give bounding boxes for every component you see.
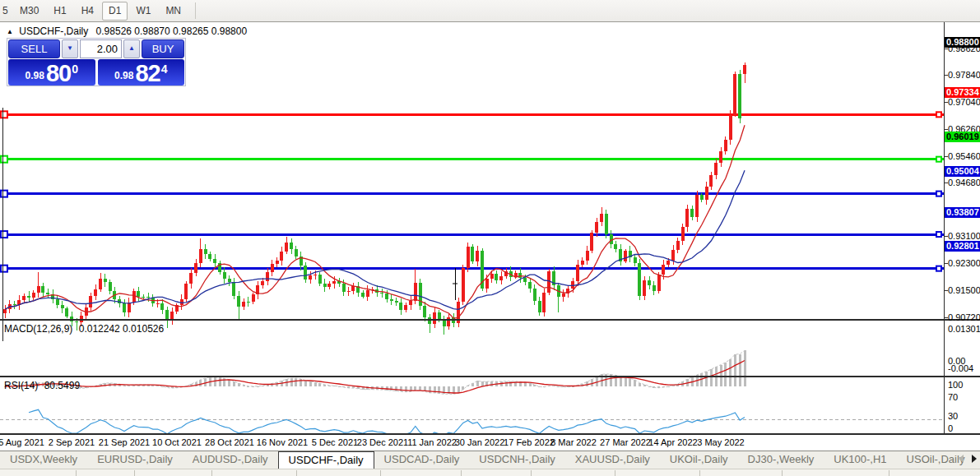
candle-body — [261, 281, 264, 286]
timeframe-button-h4[interactable]: H4 — [75, 2, 100, 21]
price-axis-separator — [944, 22, 945, 434]
candle-body — [232, 282, 235, 295]
macd-bar — [625, 377, 627, 386]
candle-body — [395, 301, 398, 303]
candle-body — [705, 187, 708, 201]
price-axis-tick — [945, 129, 948, 130]
buy-price-panel[interactable]: 0.98 82 4 — [98, 59, 185, 85]
candle-body — [271, 264, 274, 272]
candle-body — [419, 283, 422, 306]
candle-body — [523, 278, 527, 282]
date-label: 23 Dec 2021 — [357, 437, 408, 447]
macd-bar — [228, 380, 230, 386]
timeframe-button-d1[interactable]: D1 — [102, 2, 128, 21]
candle-body — [666, 261, 670, 265]
collapse-triangle-icon[interactable]: ▲ — [7, 28, 13, 35]
hline-right-handle[interactable] — [936, 266, 941, 271]
candle-body — [13, 304, 16, 305]
tab-scroll-left-icon[interactable] — [959, 455, 964, 463]
mt4-terminal: 5M30H1H4D1W1MN ▲ USDCHF-,Daily 0.98526 0… — [0, 0, 980, 476]
chart-tab-audusddaily[interactable]: AUDUSD-,Daily — [183, 451, 278, 469]
hline-left-handle[interactable] — [1, 191, 7, 197]
candle-body — [638, 263, 641, 296]
hline-left-handle[interactable] — [1, 111, 7, 118]
candle-body — [237, 296, 240, 307]
candle-body — [624, 251, 627, 261]
volume-increase-button[interactable]: ▲ — [123, 39, 140, 58]
hline-right-handle[interactable] — [936, 192, 941, 196]
tab-scroll-right-icon[interactable] — [972, 455, 977, 463]
macd-bar — [643, 385, 646, 386]
macd-bar — [199, 380, 202, 386]
chart-tab-usdcnhdaily[interactable]: USDCNH-,Daily — [469, 451, 564, 469]
chart-tab-usdchfdaily[interactable]: USDCHF-,Daily — [278, 451, 374, 469]
candle-body — [404, 305, 407, 310]
chart-tab-uk100h1[interactable]: UK100-,H1 — [824, 451, 896, 469]
candle-body — [662, 265, 665, 275]
chart-tab-ukoildaily[interactable]: UKOil-,Daily — [660, 451, 738, 469]
candle-body — [485, 279, 489, 289]
candle-body — [547, 271, 550, 293]
hline-right-handle[interactable] — [936, 112, 941, 117]
date-label: 30 Jan 2022 — [455, 437, 505, 447]
main-price-chart[interactable] — [0, 45, 945, 341]
chart-area[interactable]: ▲ USDCHF-,Daily 0.98526 0.98870 0.98265 … — [0, 22, 980, 476]
candle-body — [208, 254, 211, 259]
date-label: 17 Feb 2022 — [504, 437, 555, 447]
candle-body — [32, 293, 35, 298]
chart-tab-eurusddaily[interactable]: EURUSD-,Daily — [87, 451, 183, 469]
price-axis-tick — [945, 183, 948, 183]
hline-left-handle[interactable] — [1, 231, 7, 238]
timeframe-button-5[interactable]: 5 — [1, 2, 12, 21]
candle-body — [160, 303, 164, 310]
sell-button[interactable]: SELL — [8, 39, 60, 58]
chart-tab-usdcaddaily[interactable]: USDCAD-,Daily — [374, 451, 470, 469]
timeframe-button-w1[interactable]: W1 — [129, 2, 157, 21]
price-axis-label: 0.95460 — [948, 151, 979, 161]
candle-body — [390, 299, 393, 301]
volume-decrease-button[interactable]: ▼ — [62, 39, 78, 58]
chart-tab-dj30weekly[interactable]: DJ30-,Weekly — [738, 451, 824, 469]
hline-right-handle[interactable] — [936, 232, 941, 237]
candle-body — [590, 233, 593, 251]
sell-price-big: 80 — [46, 62, 71, 85]
price-axis-label: 0.97040 — [948, 97, 979, 107]
volume-input[interactable]: 2.00 — [80, 39, 122, 58]
hline-left-handle[interactable] — [1, 156, 7, 163]
status-divider — [380, 470, 381, 476]
candle-body — [65, 308, 68, 316]
candle-body — [724, 140, 727, 150]
chart-tab-xauusddaily[interactable]: XAUUSD-,Daily — [565, 451, 660, 469]
candle-body — [89, 296, 92, 308]
candle-body — [242, 302, 245, 307]
buy-button[interactable]: BUY — [142, 39, 184, 58]
candle-body — [476, 251, 479, 261]
candle-body — [671, 250, 675, 261]
macd-panel-chart[interactable] — [0, 344, 945, 398]
timeframe-button-h1[interactable]: H1 — [47, 2, 72, 21]
rsi-value: 80.5499 — [44, 380, 80, 391]
hline-right-handle[interactable] — [936, 157, 941, 162]
status-divider — [699, 470, 700, 476]
candle-wick — [38, 272, 39, 298]
price-axis-tick — [945, 290, 948, 291]
timeframe-button-m30[interactable]: M30 — [13, 2, 45, 21]
candle-body — [695, 195, 699, 216]
chart-tab-usdxweekly[interactable]: USDX,Weekly — [0, 451, 87, 469]
macd-bar — [390, 386, 392, 391]
candle-body — [156, 303, 160, 304]
hline-left-handle[interactable] — [1, 266, 7, 272]
candle-body — [653, 285, 656, 291]
sell-price-panel[interactable]: 0.98 80 0 — [8, 59, 95, 85]
date-label: 8 Mar 2022 — [550, 437, 597, 447]
price-axis-label: 0.93100 — [948, 231, 979, 241]
candle-body — [132, 291, 136, 302]
candle-body — [495, 274, 498, 280]
timeframe-button-mn[interactable]: MN — [159, 2, 188, 21]
candle-body — [542, 293, 546, 312]
candle-body — [342, 284, 346, 292]
rsi-axis-label: 30 — [948, 411, 979, 421]
candle-body — [518, 273, 522, 279]
candle-body — [361, 293, 365, 297]
status-divider — [531, 470, 532, 476]
